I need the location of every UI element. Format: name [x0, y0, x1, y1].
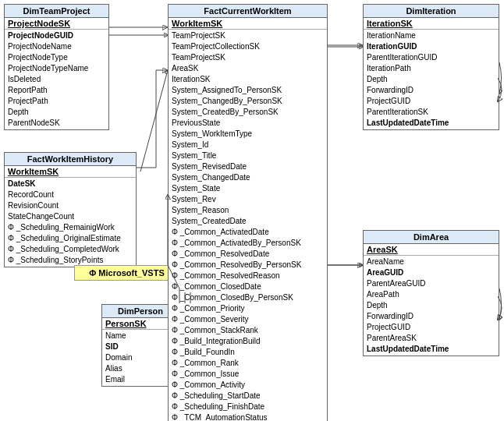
field-schedulingremaining: Φ _Scheduling_RemainigWork	[8, 222, 133, 233]
field-projectnodetypename: ProjectNodeTypeName	[8, 63, 105, 74]
field-isdeleted: IsDeleted	[8, 74, 105, 85]
entity-factcurrentworkitem: FactCurrentWorkItem WorkItemSK TeamProje…	[168, 4, 328, 421]
field-assignedto: System_AssignedTo_PersonSK	[172, 85, 324, 96]
entity-dimiteration-pk: IterationSK	[364, 18, 499, 30]
field-parentareaguid: ParentAreaGUID	[367, 278, 495, 289]
field-activateddate: Φ _Common_ActivatedDate	[172, 227, 324, 238]
field-startdate: Φ _Scheduling_StartDate	[172, 391, 324, 402]
entity-factworkitemhistory-fields: DateSK RecordCount RevisionCount StateCh…	[5, 178, 136, 267]
field-depth: Depth	[8, 107, 105, 118]
field-iteration-depth: Depth	[367, 74, 495, 85]
field-createddate: System_CreatedDate	[172, 216, 324, 227]
microsoft-vsts-label: Φ Microsoft_VSTS	[89, 268, 164, 278]
entity-dimiteration-header: DimIteration	[364, 5, 499, 18]
field-integrationbuild: Φ _Build_IntegrationBuild	[172, 336, 324, 347]
field-schedulingoriginal: Φ _Scheduling_OriginalEstimate	[8, 233, 133, 244]
field-workitemtype: System_WorkItemType	[172, 129, 324, 140]
field-iterationpath: IterationPath	[367, 63, 495, 74]
field-systemtitle: System_Title	[172, 150, 324, 161]
field-systemid: System_Id	[172, 140, 324, 150]
entity-dimteamproject-fields: ProjectNodeGUID ProjectNodeName ProjectN…	[5, 30, 108, 129]
field-state: System_State	[172, 183, 324, 194]
entity-factcurrentworkitem-fields: TeamProjectSK TeamProjectCollectionSK Te…	[169, 30, 327, 421]
field-alias: Alias	[105, 363, 176, 374]
entity-dimiteration-fields: IterationName IterationGUID ParentIterat…	[364, 30, 499, 129]
field-projectnodeguid: ProjectNodeGUID	[8, 30, 105, 41]
field-iterationsk: IterationSK	[172, 74, 324, 85]
field-email: Email	[105, 374, 176, 385]
field-foundin: Φ _Build_FoundIn	[172, 347, 324, 358]
field-sid: SID	[105, 341, 176, 352]
field-activatedby: Φ _Common_ActivatedBy_PersonSK	[172, 238, 324, 249]
field-schedulingstorypoints: Φ _Scheduling_StoryPoints	[8, 255, 133, 266]
field-parentiterationsk: ParentIterationSK	[367, 107, 495, 118]
field-areapath: AreaPath	[367, 289, 495, 300]
field-changedby: System_ChangedBy_PersonSK	[172, 96, 324, 107]
field-activity: Φ _Common_Activity	[172, 380, 324, 391]
field-teamprojectsk: TeamProjectSK	[172, 30, 324, 41]
field-rev: System_Rev	[172, 194, 324, 205]
field-revisioncount: RevisionCount	[8, 200, 133, 211]
field-reviseddate: System_RevisedDate	[172, 161, 324, 172]
entity-dimarea-fields: AreaName AreaGUID ParentAreaGUID AreaPat…	[364, 256, 499, 356]
svg-line-3	[140, 70, 168, 172]
field-area-lastupdated: LastUpdatedDateTime	[367, 344, 495, 355]
field-projectpath: ProjectPath	[8, 96, 105, 107]
field-areask: AreaSK	[172, 63, 324, 74]
field-createdby: System_CreatedBy_PersonSK	[172, 107, 324, 118]
field-resolvedby: Φ _Common_ResolvedBy_PersonSK	[172, 260, 324, 271]
entity-dimteamproject-pk: ProjectNodeSK	[5, 18, 108, 30]
entity-dimteamproject-header: DimTeamProject	[5, 5, 108, 18]
field-closedby: Φ _Common_ClosedBy_PersonSK	[172, 292, 324, 303]
field-finishdate: Φ _Scheduling_FinishDate	[172, 402, 324, 412]
field-parentiterationguid: ParentIterationGUID	[367, 52, 495, 63]
field-reportpath: ReportPath	[8, 85, 105, 96]
field-iteration-lastupdated: LastUpdatedDateTime	[367, 118, 495, 129]
field-schedulingcompleted: Φ _Scheduling_CompletedWork	[8, 244, 133, 255]
field-stackrank: Φ _Common_StackRank	[172, 325, 324, 336]
field-issue: Φ _Common_Issue	[172, 369, 324, 380]
field-domain: Domain	[105, 352, 176, 363]
entity-dimarea-header: DimArea	[364, 231, 499, 244]
field-rank: Φ _Common_Rank	[172, 358, 324, 369]
field-severity: Φ _Common_Severity	[172, 314, 324, 325]
field-changeddate: System_ChangedDate	[172, 172, 324, 183]
field-area-depth: Depth	[367, 300, 495, 311]
field-datesk: DateSK	[8, 179, 133, 189]
field-resolveddate: Φ _Common_ResolvedDate	[172, 249, 324, 260]
field-name: Name	[105, 331, 176, 341]
field-areaguid: AreaGUID	[367, 267, 495, 278]
diagram-container: DimTeamProject ProjectNodeSK ProjectNode…	[0, 0, 504, 421]
entity-dimarea: DimArea AreaSK AreaName AreaGUID ParentA…	[363, 230, 499, 356]
field-iteration-forwardingid: ForwardingID	[367, 85, 495, 96]
field-area-forwardingid: ForwardingID	[367, 311, 495, 322]
field-iterationname: IterationName	[367, 30, 495, 41]
entity-dimteamproject: DimTeamProject ProjectNodeSK ProjectNode…	[4, 4, 109, 130]
field-parentareask: ParentAreaSK	[367, 333, 495, 344]
field-previousstate: PreviousState	[172, 118, 324, 129]
field-reason: System_Reason	[172, 205, 324, 216]
field-teamprojectsk2: TeamProjectSK	[172, 52, 324, 63]
field-resolvedreason: Φ _Common_ResolvedReason	[172, 271, 324, 281]
entity-factcurrentworkitem-header: FactCurrentWorkItem	[169, 5, 327, 18]
field-parentnodesk: ParentNodeSK	[8, 118, 105, 129]
entity-factworkitemhistory: FactWorkItemHistory WorkItemSK DateSK Re…	[4, 152, 137, 267]
field-statechangecount: StateChangeCount	[8, 211, 133, 222]
field-projectnodetype: ProjectNodeType	[8, 52, 105, 63]
entity-dimiteration: DimIteration IterationSK IterationName I…	[363, 4, 499, 130]
field-projectnodename: ProjectNodeName	[8, 41, 105, 52]
entity-factworkitemhistory-pk: WorkItemSK	[5, 166, 136, 178]
microsoft-vsts-box: Φ Microsoft_VSTS	[74, 265, 179, 281]
entity-dimarea-pk: AreaSK	[364, 244, 499, 256]
field-recordcount: RecordCount	[8, 189, 133, 200]
field-iterationguid: IterationGUID	[367, 41, 495, 52]
field-closeddate: Φ _Common_ClosedDate	[172, 281, 324, 292]
field-priority: Φ _Common_Priority	[172, 303, 324, 314]
field-area-projectguid: ProjectGUID	[367, 322, 495, 333]
entity-factcurrentworkitem-pk: WorkItemSK	[169, 18, 327, 30]
field-automationstatus: Φ _TCM_AutomationStatus	[172, 412, 324, 421]
entity-factworkitemhistory-header: FactWorkItemHistory	[5, 153, 136, 166]
field-areaname: AreaName	[367, 256, 495, 267]
field-teamprojectcollectionsk: TeamProjectCollectionSK	[172, 41, 324, 52]
field-iteration-projectguid: ProjectGUID	[367, 96, 495, 107]
